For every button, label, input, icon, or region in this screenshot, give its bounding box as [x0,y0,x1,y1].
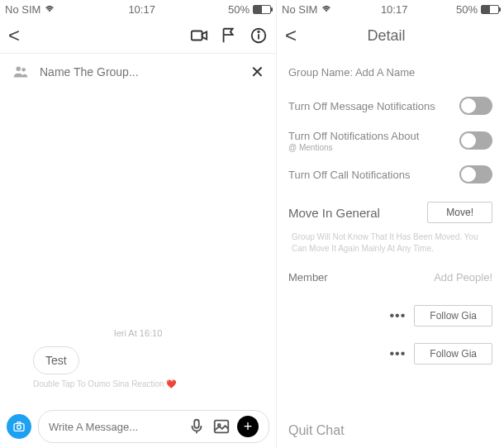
toggle-mentions-label: Turn Off Notifications About [288,130,419,142]
back-button[interactable]: < [8,24,20,47]
toggle-msg-label: Turn Off Message Notifications [288,100,435,112]
battery-text: 50% [456,3,478,16]
more-icon[interactable]: ••• [390,346,407,361]
group-name-input[interactable] [40,65,250,79]
chat-area: Ieri At 16:10 Test Double Tap To Oumo Si… [0,90,276,405]
plus-button[interactable]: + [237,416,259,437]
carrier-text: No SIM [5,3,40,16]
svg-point-7 [17,425,21,429]
flag-icon[interactable] [220,26,238,45]
nav-bar: < [0,18,276,53]
reaction-hint: Double Tap To Oumo Sina Reaction ❤️ [33,379,268,388]
svg-point-3 [258,31,259,32]
clock-text: 10:17 [381,3,408,16]
compose-row: + [0,405,276,448]
follow-button[interactable]: Follow Gia [414,305,492,326]
camera-button[interactable] [7,414,31,439]
toggle-mention-notifications[interactable] [459,131,492,150]
wifi-icon [321,5,332,13]
clock-text: 10:17 [128,3,155,16]
camera-icon [12,420,26,433]
move-note: Group Will Not Know That It Has Been Mov… [287,228,494,265]
people-icon [12,63,30,81]
mic-icon[interactable] [188,417,206,436]
toggle-mentions-sublabel: @ Mentions [288,143,419,152]
info-icon[interactable] [250,26,268,45]
wifi-icon [44,5,55,13]
toggle-msg-notifications[interactable] [459,97,492,115]
message-input[interactable] [49,421,188,433]
group-name-label[interactable]: Group Name: Add A Name [287,60,494,90]
svg-rect-0 [192,31,202,41]
svg-point-5 [21,68,26,72]
battery-text: 50% [228,3,250,16]
status-bar: No SIM 10:17 50% [277,0,504,18]
image-icon[interactable] [212,417,231,436]
toggle-call-label: Turn Off Call Notifications [288,169,410,181]
video-icon[interactable] [190,26,208,45]
back-button[interactable]: < [285,24,297,47]
page-title: Detail [297,27,476,45]
add-people-button[interactable]: Add People! [434,271,492,284]
carrier-text: No SIM [282,3,317,16]
status-bar: No SIM 10:17 50% [0,0,276,18]
svg-rect-8 [194,420,199,428]
move-label: Move In General [288,206,380,220]
message-timestamp: Ieri At 16:10 [8,328,268,338]
follow-button[interactable]: Follow Gia [414,343,492,365]
group-name-row: ✕ [0,53,276,90]
quit-chat-button[interactable]: Quit Chat [277,413,504,448]
nav-bar: < Detail [277,18,504,53]
member-label: Member [288,271,328,284]
battery-icon [481,5,499,14]
toggle-call-notifications[interactable] [459,165,492,183]
battery-icon [253,5,271,14]
message-bubble[interactable]: Test [33,346,79,374]
move-button[interactable]: Move! [427,202,492,223]
svg-point-4 [17,67,21,72]
close-icon[interactable]: ✕ [250,62,264,82]
more-icon[interactable]: ••• [390,308,407,323]
